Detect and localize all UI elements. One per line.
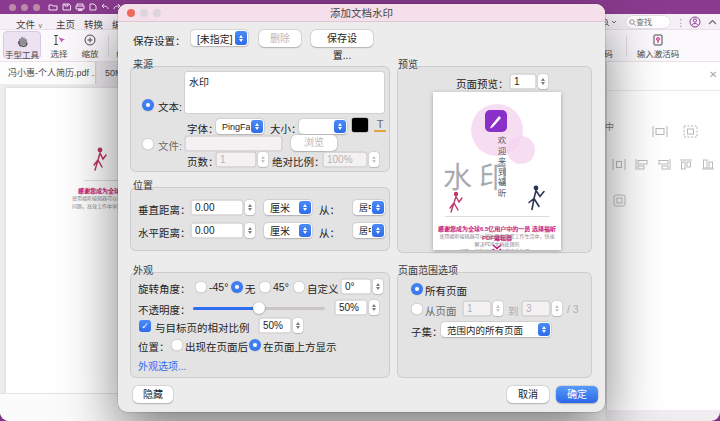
popup-caret-icon xyxy=(299,201,311,214)
align-center-icon[interactable] xyxy=(683,125,698,138)
opacity-slider-knob[interactable] xyxy=(253,302,265,314)
account-avatar-icon[interactable] xyxy=(689,16,701,28)
vertical-unit-value: 厘米 xyxy=(264,200,298,215)
activation-code-button[interactable]: 输入激活码 xyxy=(632,31,684,59)
hand-tool-button[interactable]: 手型工具 xyxy=(3,31,41,59)
panel-close-icon[interactable]: ✕ xyxy=(709,69,717,80)
all-pages-radio[interactable] xyxy=(411,283,423,295)
font-color-swatch[interactable] xyxy=(352,118,368,132)
print-icon[interactable] xyxy=(75,3,85,11)
absolute-scale-stepper[interactable] xyxy=(369,152,379,167)
search-input[interactable] xyxy=(636,18,666,27)
horizontal-unit-popup[interactable]: 厘米 xyxy=(264,223,312,238)
distribute-horizontal-icon[interactable] xyxy=(611,158,627,171)
pages-stepper[interactable] xyxy=(258,152,268,167)
tab-convert[interactable]: 转换 xyxy=(84,17,103,31)
subset-value: 范围内的所有页面 xyxy=(441,323,537,337)
more-options-icon[interactable]: ⋮ xyxy=(676,17,686,28)
undo-icon[interactable] xyxy=(100,3,110,11)
cancel-button[interactable]: 取消 xyxy=(507,386,549,403)
text-format-icon[interactable]: T xyxy=(374,118,386,132)
vertical-distance-field[interactable]: 0.00 xyxy=(191,200,243,215)
all-pages-label: 所有页面 xyxy=(425,283,467,298)
to-page-field[interactable]: 3 xyxy=(522,301,550,316)
size-popup[interactable] xyxy=(299,119,347,134)
total-pages-label: / 3 xyxy=(567,303,579,315)
appearance-options-link[interactable]: 外观选项... xyxy=(138,358,186,373)
align-top-icon[interactable] xyxy=(678,158,694,171)
page-range-group: 所有页面 从页面 1 到 3 / 3 子集： 范围内的所有页面 xyxy=(397,272,592,378)
font-popup[interactable]: PingFang xyxy=(216,119,264,134)
horizontal-distance-stepper[interactable] xyxy=(245,223,255,238)
vertical-anchor-popup[interactable]: 居中 xyxy=(353,200,385,215)
search-box[interactable] xyxy=(626,16,670,28)
scroll-down-chevron-icon xyxy=(491,244,503,250)
preview-ground-line xyxy=(445,216,549,217)
menu-file[interactable]: 文件 ∨ xyxy=(16,17,43,31)
rotate-custom-radio[interactable] xyxy=(293,281,305,293)
delete-preset-button[interactable]: 删除 xyxy=(259,30,301,47)
vertical-distance-stepper[interactable] xyxy=(245,200,255,215)
page-preview-stepper[interactable] xyxy=(538,74,548,89)
behind-page-radio[interactable] xyxy=(171,339,183,351)
app-zoom-button[interactable] xyxy=(33,4,40,11)
align-bottom-icon[interactable] xyxy=(700,158,716,171)
file-path-field[interactable] xyxy=(185,136,282,151)
custom-angle-stepper[interactable] xyxy=(373,279,383,294)
popup-caret-icon xyxy=(372,201,384,214)
save-preset-button[interactable]: 保存设置... xyxy=(311,30,373,47)
opacity-field[interactable]: 50% xyxy=(335,300,367,315)
above-page-radio[interactable] xyxy=(249,339,261,351)
rotate-neg45-radio[interactable] xyxy=(195,281,207,293)
watermark-text-input[interactable]: 水印 xyxy=(185,72,384,113)
select-tool-button[interactable]: 选择 ⌄ xyxy=(45,31,73,59)
app-close-button[interactable] xyxy=(9,4,16,11)
save-icon[interactable] xyxy=(62,3,71,11)
new-document-icon[interactable] xyxy=(89,3,97,11)
pages-field[interactable]: 1 xyxy=(216,152,256,167)
page-preview-field[interactable]: 1 xyxy=(510,74,536,89)
collapse-toolbar-icon[interactable] xyxy=(708,19,717,25)
ok-button[interactable]: 确定 xyxy=(556,386,598,403)
pages-label: 页数： xyxy=(187,154,219,169)
text-radio[interactable] xyxy=(142,99,154,111)
open-file-icon[interactable] xyxy=(48,3,58,11)
zoom-tool-button[interactable]: 缩放 ⌄ xyxy=(76,31,104,59)
custom-angle-field[interactable]: 0° xyxy=(341,279,371,294)
relative-scale-stepper[interactable] xyxy=(293,318,303,333)
relative-scale-field[interactable]: 50% xyxy=(259,318,291,333)
rotate-45-radio[interactable] xyxy=(259,281,271,293)
align-center-horizontal-icon[interactable] xyxy=(651,125,669,138)
font-label: 字体： xyxy=(187,121,219,136)
from-page-stepper[interactable] xyxy=(493,301,503,316)
vertical-distance-label: 垂直距离： xyxy=(138,202,191,217)
rotate-45-label: 45° xyxy=(273,281,289,293)
preview-person-right xyxy=(527,184,547,216)
relative-scale-checkbox[interactable]: ✓ xyxy=(139,320,151,332)
panel-small-icon[interactable] xyxy=(613,194,626,207)
horizontal-distance-field[interactable]: 0.00 xyxy=(191,223,243,238)
browse-button[interactable]: 浏览 xyxy=(291,135,337,151)
subset-popup[interactable]: 范围内的所有页面 xyxy=(441,322,551,337)
panel-partial-label: 中 xyxy=(605,120,614,133)
horizontal-anchor-popup[interactable]: 居中 xyxy=(353,223,385,238)
align-right-icon[interactable] xyxy=(656,158,672,171)
rotate-none-radio[interactable] xyxy=(231,281,243,293)
opacity-stepper[interactable] xyxy=(369,300,379,315)
file-radio[interactable] xyxy=(142,138,154,150)
from-page-radio[interactable] xyxy=(411,303,423,315)
to-page-stepper[interactable] xyxy=(552,301,562,316)
presets-popup[interactable]: [未指定] xyxy=(191,30,248,46)
opacity-slider[interactable] xyxy=(193,307,325,310)
align-left-icon[interactable] xyxy=(634,158,650,171)
app-minimize-button[interactable] xyxy=(21,4,28,11)
dialog-close-button[interactable] xyxy=(127,9,135,17)
tab-home[interactable]: 主页 xyxy=(56,17,75,31)
document-tab-active[interactable]: 冯小惠-个人简历.pdf ... xyxy=(0,62,96,84)
hide-button[interactable]: 隐藏 xyxy=(133,386,173,403)
from-page-field[interactable]: 1 xyxy=(463,301,491,316)
foxit-pen-icon xyxy=(485,110,507,132)
toolbar-divider xyxy=(108,35,109,57)
absolute-scale-field[interactable]: 100% xyxy=(323,152,367,167)
vertical-unit-popup[interactable]: 厘米 xyxy=(264,200,312,215)
